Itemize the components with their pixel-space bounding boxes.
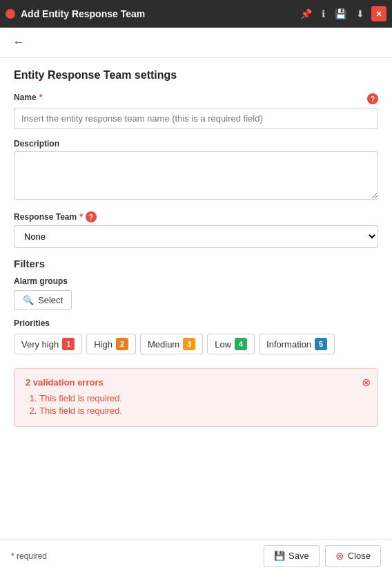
- priority-high-label: High: [94, 339, 112, 350]
- title-bar: Add Entity Response Team 📌 ℹ 💾 ⬇ ×: [0, 0, 392, 28]
- priority-low-count: 4: [235, 338, 247, 350]
- priority-medium[interactable]: Medium 3: [140, 334, 203, 354]
- response-team-select[interactable]: None: [14, 225, 378, 248]
- validation-close-button[interactable]: ⊗: [362, 376, 371, 389]
- name-required-star: *: [39, 93, 43, 102]
- name-help-icon[interactable]: ?: [367, 93, 378, 104]
- description-field-group: Description: [14, 139, 378, 202]
- save-btn-label: Save: [288, 551, 309, 561]
- validation-error-1: This field is required.: [39, 393, 366, 403]
- priorities-label: Priorities: [14, 318, 378, 328]
- priority-medium-label: Medium: [148, 339, 179, 350]
- priority-very-high-label: Very high: [21, 339, 59, 350]
- select-btn-label: Select: [38, 295, 63, 305]
- import-icon[interactable]: ⬇: [353, 7, 367, 21]
- info-icon[interactable]: ℹ: [319, 7, 328, 21]
- response-team-field-group: Response Team * ? None: [14, 211, 378, 248]
- pin-icon[interactable]: 📌: [297, 7, 315, 21]
- filters-title: Filters: [14, 258, 378, 269]
- name-label: Name *: [14, 93, 42, 102]
- priority-information[interactable]: Information 5: [259, 334, 335, 354]
- name-field-group: Name * ?: [14, 93, 378, 129]
- section-title: Entity Response Team settings: [14, 69, 378, 82]
- search-icon: 🔍: [23, 295, 34, 305]
- title-bar-title: Add Entity Response Team: [21, 8, 292, 19]
- response-team-label: Response Team * ?: [14, 211, 378, 222]
- priority-medium-count: 3: [183, 338, 195, 350]
- main-content: Entity Response Team settings Name * ? D…: [0, 58, 392, 539]
- close-btn-icon: ⊗: [335, 550, 344, 562]
- sub-toolbar: ←: [0, 28, 392, 58]
- priority-high-count: 2: [116, 338, 128, 350]
- alarm-groups-label: Alarm groups: [14, 276, 378, 286]
- save-btn-icon: 💾: [274, 551, 285, 561]
- priority-low-label: Low: [215, 339, 231, 350]
- back-button[interactable]: ←: [8, 34, 29, 51]
- title-bar-actions: 📌 ℹ 💾 ⬇ ×: [297, 6, 386, 21]
- priority-very-high[interactable]: Very high 1: [14, 334, 82, 354]
- close-btn-label: Close: [348, 551, 371, 561]
- priorities-row: Very high 1 High 2 Medium 3 Low 4 Inform…: [14, 334, 378, 354]
- validation-list: This field is required. This field is re…: [26, 393, 366, 416]
- response-team-required-star: *: [79, 212, 83, 222]
- alarm-groups-select-button[interactable]: 🔍 Select: [14, 290, 72, 310]
- footer-bar: * required 💾 Save ⊗ Close: [0, 539, 392, 572]
- validation-box: 2 validation errors This field is requir…: [14, 368, 378, 427]
- close-window-button[interactable]: ×: [371, 6, 386, 21]
- save-icon[interactable]: 💾: [332, 7, 349, 21]
- title-dot: [6, 9, 15, 19]
- footer-buttons: 💾 Save ⊗ Close: [264, 545, 381, 567]
- name-input[interactable]: [14, 108, 378, 129]
- description-input[interactable]: [14, 151, 378, 200]
- response-team-help-icon[interactable]: ?: [86, 211, 97, 222]
- priority-very-high-count: 1: [62, 338, 75, 350]
- close-button[interactable]: ⊗ Close: [325, 545, 381, 567]
- description-label: Description: [14, 139, 378, 149]
- priority-information-label: Information: [266, 339, 311, 350]
- validation-error-2: This field is required.: [39, 406, 366, 416]
- priority-information-count: 5: [315, 338, 327, 350]
- save-button[interactable]: 💾 Save: [264, 545, 320, 567]
- required-note: * required: [11, 551, 47, 561]
- validation-title: 2 validation errors: [26, 377, 366, 388]
- priority-low[interactable]: Low 4: [207, 334, 255, 354]
- priority-high[interactable]: High 2: [86, 334, 136, 354]
